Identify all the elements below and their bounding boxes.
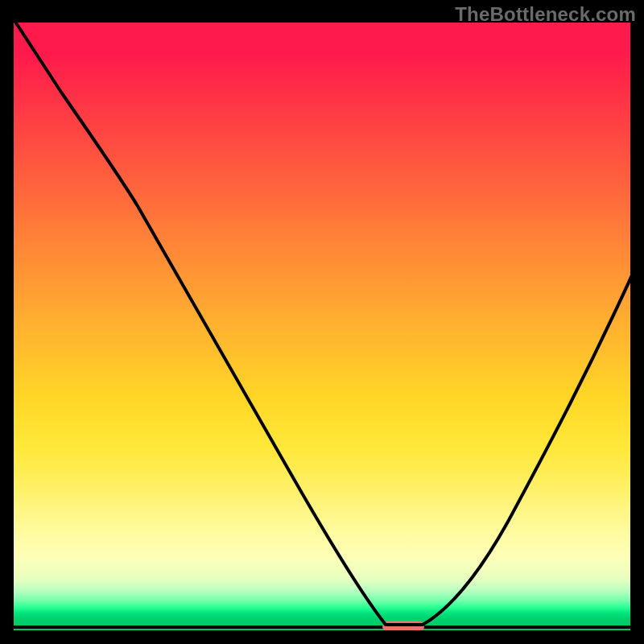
bottleneck-curve	[14, 23, 630, 625]
plot-area	[14, 23, 630, 630]
chart-frame: TheBottleneck.com	[0, 0, 644, 644]
chart-svg	[14, 23, 630, 630]
watermark-text: TheBottleneck.com	[455, 3, 636, 26]
